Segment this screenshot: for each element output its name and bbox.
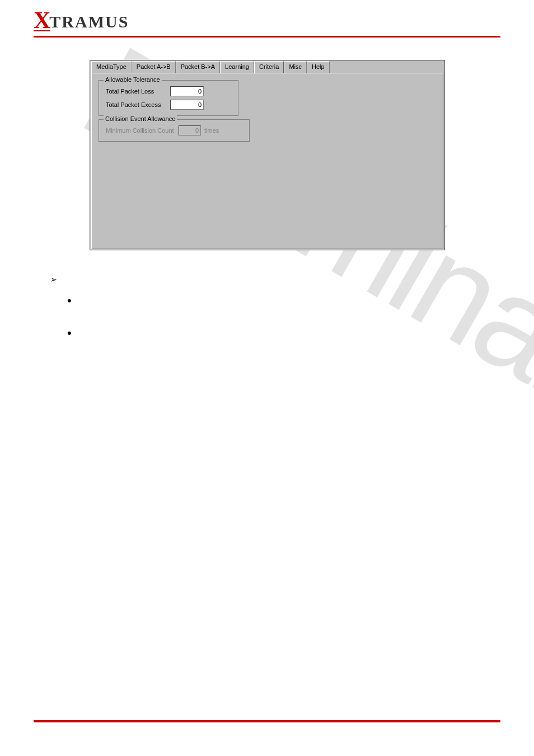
- tab-learning[interactable]: Learning: [220, 61, 254, 73]
- logo-brand-text: TRAMUS: [49, 13, 129, 30]
- bullet-arrow-icon: ➢: [50, 275, 57, 284]
- tab-packet-b-to-a[interactable]: Packet B->A: [176, 61, 220, 73]
- tab-misc[interactable]: Misc: [284, 61, 307, 73]
- groupbox-allowable-tolerance: Allowable Tolerance Total Packet Loss To…: [99, 80, 238, 116]
- page-header: X TRAMUS: [0, 0, 534, 38]
- content-area: Preliminary MediaType Packet A->B Packet…: [90, 60, 484, 250]
- bullet-dot-1: •: [67, 295, 72, 307]
- groupbox-legend-tolerance: Allowable Tolerance: [104, 76, 162, 83]
- label-total-packet-loss: Total Packet Loss: [106, 88, 170, 95]
- logo-container: X TRAMUS: [34, 11, 500, 38]
- label-total-packet-excess: Total Packet Excess: [106, 101, 170, 108]
- tab-content-criteria: Allowable Tolerance Total Packet Loss To…: [91, 73, 443, 249]
- logo-x-letter: X: [34, 11, 50, 31]
- tab-mediatype[interactable]: MediaType: [91, 61, 132, 73]
- label-times-suffix: times: [204, 127, 219, 134]
- row-minimum-collision: Minimum Collision Count times: [106, 125, 242, 136]
- bullet-list: ➢ • •: [50, 274, 72, 339]
- input-total-packet-excess[interactable]: [170, 100, 204, 110]
- groupbox-collision-event: Collision Event Allowance Minimum Collis…: [99, 119, 250, 142]
- settings-dialog: MediaType Packet A->B Packet B->A Learni…: [90, 60, 445, 250]
- label-minimum-collision: Minimum Collision Count: [106, 127, 179, 134]
- bullet-dot-2: •: [67, 327, 72, 339]
- tab-criteria[interactable]: Criteria: [254, 61, 284, 73]
- input-minimum-collision: [179, 125, 201, 136]
- input-total-packet-loss[interactable]: [170, 86, 204, 96]
- groupbox-legend-collision: Collision Event Allowance: [104, 115, 177, 122]
- tab-packet-a-to-b[interactable]: Packet A->B: [132, 61, 176, 73]
- tab-strip: MediaType Packet A->B Packet B->A Learni…: [90, 60, 444, 73]
- tab-help[interactable]: Help: [307, 61, 330, 73]
- footer-divider: [34, 720, 500, 722]
- row-total-packet-excess: Total Packet Excess: [106, 100, 231, 110]
- row-total-packet-loss: Total Packet Loss: [106, 86, 231, 96]
